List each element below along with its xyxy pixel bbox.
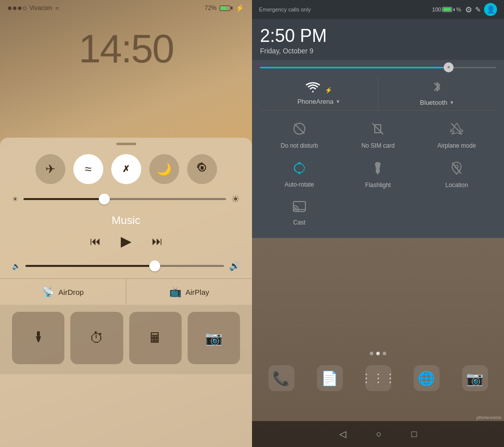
watermark: phoneArena	[477, 415, 501, 420]
android-home-button[interactable]: ○	[376, 429, 382, 440]
android-panel: Emergency calls only 100 % ⚙ ✎ 👤	[252, 0, 504, 447]
ios-airplay-button[interactable]: 📺 AirPlay	[126, 279, 252, 305]
android-emergency-text: Emergency calls only	[259, 6, 311, 12]
svg-rect-14	[376, 168, 380, 173]
android-quick-settings: ☀ ⚡ Ph	[252, 60, 504, 238]
cast-label: Cast	[293, 219, 305, 226]
signal-dot-1	[8, 6, 11, 10]
android-wifi-label: PhoneArena ▼	[297, 98, 340, 105]
brightness-fill	[23, 198, 104, 200]
recents-icon: □	[412, 429, 417, 439]
android-apps-drawer[interactable]: ⋮⋮⋮	[365, 365, 391, 391]
svg-rect-1	[201, 166, 204, 170]
android-phone-app[interactable]: 📞	[268, 365, 294, 391]
android-edit-icon[interactable]: ✎	[475, 5, 481, 13]
signal-dot-2	[13, 6, 16, 10]
chrome-icon: 🌐	[418, 370, 435, 387]
battery-tip	[231, 6, 233, 9]
airdrop-label: AirDrop	[58, 288, 84, 296]
android-cast-toggle[interactable]: Cast	[260, 194, 339, 231]
ios-airplane-toggle[interactable]: ✈	[35, 154, 65, 184]
android-battery-box: 100 %	[432, 6, 461, 12]
ios-app-camera[interactable]: 📷	[188, 312, 240, 364]
android-back-button[interactable]: ◁	[339, 429, 346, 440]
android-battery-label: 100	[432, 6, 441, 12]
brightness-low-icon: ☀	[12, 195, 18, 203]
android-docs-app[interactable]: 📄	[317, 365, 343, 391]
ios-rewind-button[interactable]: ⏮	[90, 235, 101, 248]
svg-rect-12	[376, 162, 380, 163]
svg-marker-11	[297, 172, 301, 175]
ios-music-player: Music ⏮ ▶ ⏭	[0, 209, 252, 260]
cast-icon	[292, 201, 306, 216]
ios-air-row: 📡 AirDrop 📺 AirPlay	[0, 278, 252, 305]
ios-play-button[interactable]: ▶	[121, 233, 132, 249]
android-flashlight-icon	[371, 161, 384, 179]
android-dnd-toggle[interactable]: Do not disturb	[260, 115, 339, 154]
signal-dot-3	[18, 6, 21, 10]
ios-app-clock[interactable]: ⏱	[70, 312, 123, 364]
android-airplane-toggle[interactable]: Airplane mode	[417, 115, 496, 154]
ios-rotation-toggle[interactable]	[187, 154, 217, 184]
battery-body	[220, 5, 231, 11]
back-icon: ◁	[339, 429, 346, 439]
android-autorotate-toggle[interactable]: Auto-rotate	[260, 154, 339, 194]
signal-dot-4	[23, 6, 26, 10]
ios-airdrop-button[interactable]: 📡 AirDrop	[0, 279, 126, 305]
charging-icon: ⚡	[236, 4, 244, 12]
airplane-label: Airplane mode	[437, 142, 476, 149]
page-dot-1	[370, 352, 373, 355]
android-time-display: 2:50 PM	[260, 26, 496, 46]
android-icons-right: ⚙ ✎ 👤	[465, 3, 497, 16]
ios-brightness-slider[interactable]	[23, 198, 226, 200]
page-dot-2	[376, 352, 380, 355]
android-bluetooth-label: Bluetooth ▼	[420, 99, 455, 106]
brightness-high-icon: ☀	[231, 193, 240, 205]
android-location-toggle[interactable]: Location	[417, 154, 496, 194]
ios-battery-percent: 72%	[205, 4, 217, 11]
android-camera-app[interactable]: 📷	[462, 365, 488, 391]
android-chrome-app[interactable]: 🌐	[414, 365, 440, 391]
clock-app-icon: ⏱	[90, 330, 104, 346]
brightness-thumb-icon: ☀	[447, 65, 451, 70]
ios-status-right: 72% ⚡	[205, 4, 244, 12]
svg-rect-3	[37, 331, 40, 336]
ios-time: 14:50	[0, 26, 252, 72]
android-bluetooth-icon	[432, 80, 442, 97]
ios-bottom-apps: ⏱ 🖩 📷	[0, 305, 252, 374]
dnd-label: Do not disturb	[280, 142, 318, 149]
ios-bluetooth-toggle[interactable]: ✗	[111, 154, 141, 184]
android-settings-icon[interactable]: ⚙	[465, 5, 472, 14]
ios-fastforward-button[interactable]: ⏭	[152, 235, 163, 248]
ios-dnd-toggle[interactable]: 🌙	[149, 154, 179, 184]
android-user-avatar[interactable]: 👤	[484, 3, 497, 16]
ios-panel: Vivacom ≈ 72% ⚡ 14:50 ✈ ≈	[0, 0, 252, 447]
svg-marker-13	[375, 163, 381, 168]
android-wifi-icon: ⚡	[305, 80, 332, 96]
android-battery-percent-label: %	[456, 6, 461, 12]
android-brightness-slider[interactable]: ☀	[260, 67, 496, 68]
android-brightness-row: ☀	[260, 67, 496, 68]
android-flashlight-toggle[interactable]: Flashlight	[339, 154, 418, 194]
flashlight-app-icon	[31, 329, 45, 347]
volume-high-icon: 🔊	[229, 260, 240, 271]
ios-signal-dots	[8, 6, 26, 10]
android-battery-fill	[443, 8, 451, 11]
ios-volume-row: 🔈 🔊	[0, 260, 252, 271]
ios-app-flashlight[interactable]	[12, 312, 64, 364]
ios-volume-slider[interactable]	[25, 265, 224, 267]
wifi-dropdown-arrow: ▼	[335, 99, 340, 104]
android-airplane-icon	[450, 122, 464, 139]
bluetooth-dropdown-arrow: ▼	[450, 100, 455, 105]
android-recents-button[interactable]: □	[412, 429, 417, 440]
ios-wifi-toggle[interactable]: ≈	[73, 154, 103, 184]
battery-fill	[221, 6, 227, 10]
ios-app-calculator[interactable]: 🖩	[129, 312, 182, 364]
brightness-thumb	[99, 194, 110, 205]
android-nav-bar: ◁ ○ □	[252, 421, 504, 447]
android-battery-icon	[442, 7, 452, 12]
ios-music-title: Music	[10, 214, 242, 227]
autorotate-label: Auto-rotate	[284, 181, 314, 188]
android-sim-toggle[interactable]: No SIM card	[339, 115, 418, 154]
android-wifi-item: ⚡ PhoneArena ▼	[260, 76, 378, 111]
